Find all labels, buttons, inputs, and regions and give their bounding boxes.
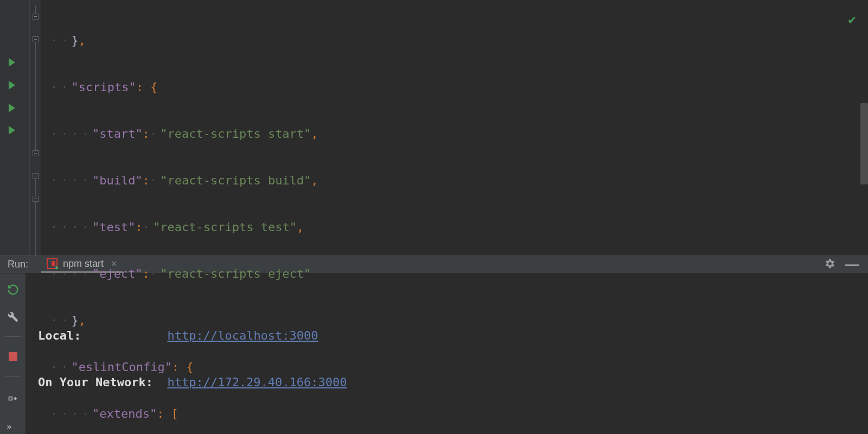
json-key: "start" (92, 127, 143, 141)
play-icon (9, 58, 15, 67)
json-key: "eslintConfig" (72, 360, 172, 374)
json-value: "react-scripts test" (153, 220, 297, 234)
json-key: "eject" (92, 267, 143, 280)
fold-toggle-icon[interactable] (33, 150, 39, 156)
stop-icon (9, 352, 17, 361)
json-key: "scripts" (72, 80, 136, 94)
npm-icon (47, 258, 58, 269)
code-content[interactable]: ··}, ··"scripts": { ····"start":·"react-… (41, 0, 868, 256)
rerun-button[interactable] (5, 282, 21, 297)
more-tools-icon[interactable]: » (7, 422, 12, 432)
run-line-marker[interactable] (0, 51, 29, 74)
play-icon (9, 81, 15, 90)
wrench-icon[interactable] (5, 309, 21, 324)
play-icon (9, 126, 15, 135)
json-value: "react-scripts eject" (160, 267, 311, 280)
json-key: "extends" (92, 407, 157, 420)
run-line-marker[interactable] (0, 74, 29, 97)
run-line-marker[interactable] (0, 119, 29, 142)
fold-gutter (30, 0, 41, 256)
editor-gutter (0, 0, 30, 256)
run-panel-title: Run: (8, 259, 28, 270)
json-value: "react-scripts start" (160, 127, 311, 141)
json-key: "build" (92, 174, 143, 187)
json-key: "test" (92, 220, 135, 234)
fold-toggle-icon[interactable] (33, 14, 39, 20)
vertical-scrollbar[interactable] (860, 103, 868, 184)
run-line-marker[interactable] (0, 97, 29, 119)
play-icon (9, 104, 15, 112)
run-toolbar (0, 273, 26, 434)
inspection-ok-icon[interactable]: ✔ (848, 12, 856, 27)
stop-button[interactable] (5, 349, 21, 364)
json-value: "react-scripts build" (160, 174, 311, 187)
svg-rect-0 (9, 397, 12, 400)
layout-settings-button[interactable] (5, 388, 21, 404)
code-editor[interactable]: ··}, ··"scripts": { ····"start":·"react-… (0, 0, 868, 256)
